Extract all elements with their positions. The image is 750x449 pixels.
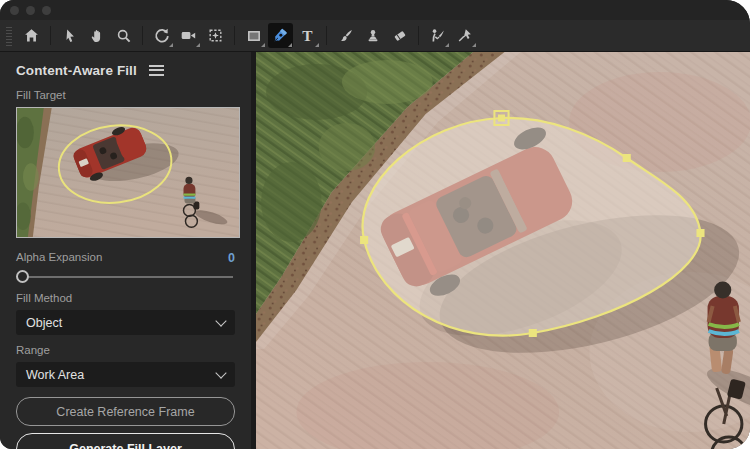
range-value: Work Area [26,368,84,382]
flyout-indicator [472,43,476,47]
toolbar-grip[interactable] [6,26,12,46]
type-icon: T [299,27,316,44]
fill-target-preview [17,108,239,237]
fill-method-dropdown[interactable]: Object [16,310,235,335]
home-icon [23,27,40,44]
type-tool[interactable]: T [295,23,320,48]
eraser-tool[interactable] [387,23,412,48]
window-close-button[interactable] [10,6,19,15]
pen-icon [272,27,289,44]
toolbar-separator [326,26,327,45]
create-reference-frame-button[interactable]: Create Reference Frame [16,397,235,426]
alpha-expansion-slider[interactable] [16,270,235,283]
flyout-indicator [288,43,292,47]
pen-tool[interactable] [268,23,293,48]
rectangle-icon [246,28,262,44]
alpha-expansion-value[interactable]: 0 [228,251,235,265]
puppet-pin-icon [456,27,473,44]
selection-arrow-icon [62,28,78,44]
camera-tool[interactable] [176,23,201,48]
rotate-icon [153,27,170,44]
zoom-tool[interactable] [111,23,136,48]
panel-title: Content-Aware Fill [16,63,137,78]
composition-scene [256,52,750,449]
roto-brush-icon [429,27,446,44]
roto-brush-tool[interactable] [425,23,450,48]
slider-knob[interactable] [16,270,29,283]
mask-vertex-upper-right[interactable] [623,154,631,162]
mask-vertex-right[interactable] [696,229,704,237]
titlebar [0,0,750,20]
clone-stamp-tool[interactable] [360,23,385,48]
selection-tool[interactable] [57,23,82,48]
flyout-indicator [445,43,449,47]
rectangle-tool[interactable] [241,23,266,48]
brush-tool[interactable] [333,23,358,48]
fill-target-label: Fill Target [16,89,235,103]
brush-icon [338,28,354,44]
toolbar-separator [142,26,143,45]
window-minimize-button[interactable] [26,6,35,15]
hand-icon [89,28,105,44]
pan-behind-icon [207,27,224,44]
hamburger-icon[interactable] [149,65,164,76]
fill-method-value: Object [26,316,62,330]
eraser-icon [392,28,408,44]
hand-tool[interactable] [84,23,109,48]
pan-behind-tool[interactable] [203,23,228,48]
chevron-down-icon [215,367,226,378]
toolbar-separator [418,26,419,45]
mask-vertex-bottom[interactable] [529,329,537,337]
toolbar-separator [234,26,235,45]
home-tool[interactable] [19,23,44,48]
window-zoom-button[interactable] [42,6,51,15]
composition-viewport[interactable] [256,52,750,449]
range-label: Range [16,344,235,358]
fill-method-label: Fill Method [16,292,235,306]
slider-track [19,276,233,278]
toolbar: T [0,20,750,52]
toolbar-separator [50,26,51,45]
flyout-indicator [196,43,200,47]
svg-text:T: T [302,27,313,43]
flyout-indicator [261,43,265,47]
camera-icon [180,27,197,44]
rotate-tool[interactable] [149,23,174,48]
puppet-pin-tool[interactable] [452,23,477,48]
after-effects-window: T Content-Aware Fill F [0,0,750,449]
content-aware-fill-panel: Content-Aware Fill Fill Target [0,52,256,449]
clone-stamp-icon [365,28,381,44]
fill-target-thumbnail [16,107,240,238]
flyout-indicator [315,43,319,47]
range-dropdown[interactable]: Work Area [16,362,235,387]
flyout-indicator [169,43,173,47]
chevron-down-icon [215,315,226,326]
mask-vertex-left[interactable] [360,236,368,244]
magnifier-icon [116,28,132,44]
generate-fill-layer-button[interactable]: Generate Fill Layer [16,433,235,449]
alpha-expansion-label: Alpha Expansion [16,251,102,265]
mask-vertex-top[interactable] [498,115,505,122]
